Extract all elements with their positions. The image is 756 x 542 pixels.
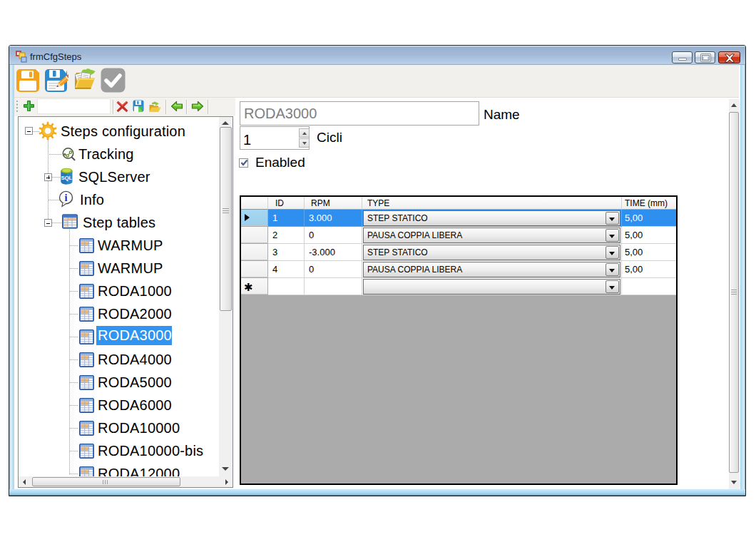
svg-text:i: i	[64, 192, 67, 203]
svg-text:SQL: SQL	[61, 175, 73, 181]
